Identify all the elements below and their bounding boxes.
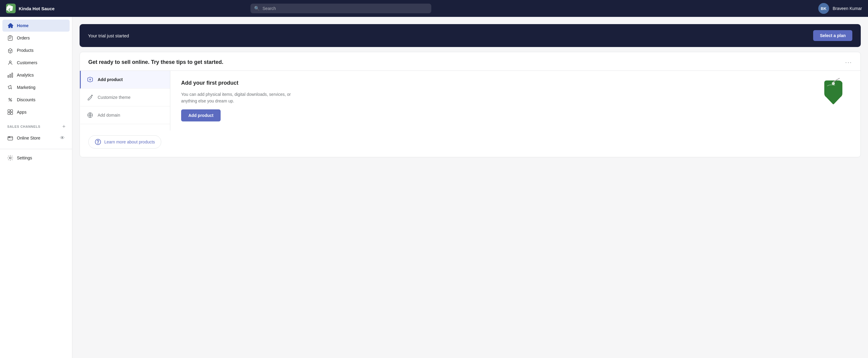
sidebar-item-marketing-label: Marketing bbox=[17, 85, 35, 90]
sidebar-item-discounts-label: Discounts bbox=[17, 97, 35, 102]
sidebar-item-settings-label: Settings bbox=[17, 156, 32, 160]
brand[interactable]: Kinda Hot Sauce bbox=[6, 4, 55, 13]
sidebar-item-customers[interactable]: Customers bbox=[2, 57, 70, 69]
learn-more-label: Learn more about products bbox=[104, 139, 155, 144]
search-bar: 🔍 bbox=[250, 4, 431, 13]
sidebar-item-home-label: Home bbox=[17, 23, 29, 28]
tip-item-customize-theme[interactable]: Customize theme bbox=[80, 89, 170, 106]
sidebar-item-settings[interactable]: Settings bbox=[2, 152, 70, 164]
tip-item-add-domain[interactable]: Add domain bbox=[80, 106, 170, 124]
online-store-left: Online Store bbox=[7, 135, 40, 141]
customize-theme-icon bbox=[87, 94, 93, 101]
sidebar-item-apps[interactable]: Apps bbox=[2, 106, 70, 118]
sidebar-item-apps-label: Apps bbox=[17, 110, 27, 115]
svg-rect-3 bbox=[8, 75, 9, 77]
marketing-icon bbox=[7, 85, 13, 90]
sidebar-item-analytics[interactable]: Analytics bbox=[2, 69, 70, 81]
svg-point-15 bbox=[9, 157, 11, 159]
sidebar-item-products-label: Products bbox=[17, 48, 33, 53]
svg-point-6 bbox=[9, 98, 10, 99]
svg-rect-4 bbox=[10, 74, 11, 77]
learn-more-link[interactable]: Learn more about products bbox=[88, 135, 161, 149]
customers-icon bbox=[7, 60, 13, 66]
svg-rect-9 bbox=[10, 110, 13, 112]
orders-icon bbox=[7, 35, 13, 41]
topnav: Kinda Hot Sauce 🔍 BK Braveen Kumar bbox=[0, 0, 868, 17]
tips-body: Add product Customize theme bbox=[80, 70, 861, 130]
user-name: Braveen Kumar bbox=[833, 6, 862, 11]
svg-rect-1 bbox=[8, 36, 12, 40]
add-sales-channel-button[interactable]: + bbox=[61, 123, 67, 130]
tips-card: Get ready to sell online. Try these tips… bbox=[80, 52, 861, 157]
topnav-right: BK Braveen Kumar bbox=[818, 3, 862, 14]
visibility-icon[interactable]: 👁 bbox=[60, 135, 65, 141]
svg-point-17 bbox=[832, 82, 835, 85]
tip-item-add-product[interactable]: Add product bbox=[80, 71, 170, 89]
learn-more-wrap: Learn more about products bbox=[80, 130, 861, 157]
help-circle-icon bbox=[95, 139, 101, 145]
shopify-logo-icon bbox=[6, 4, 16, 13]
more-options-button[interactable]: ··· bbox=[845, 59, 852, 66]
sidebar-item-orders[interactable]: Orders bbox=[2, 32, 70, 44]
sidebar: Home Orders Products Customers Analytics… bbox=[0, 17, 72, 358]
svg-rect-8 bbox=[8, 110, 10, 112]
sidebar-item-online-store[interactable]: Online Store 👁 bbox=[2, 132, 70, 144]
tips-list: Add product Customize theme bbox=[80, 71, 170, 130]
product-illustration bbox=[818, 77, 848, 110]
search-icon: 🔍 bbox=[254, 6, 260, 11]
settings-icon bbox=[7, 155, 13, 161]
discounts-icon bbox=[7, 97, 13, 103]
add-product-detail-button[interactable]: Add product bbox=[181, 109, 221, 122]
tip-detail-title: Add your first product bbox=[181, 80, 849, 86]
add-domain-icon bbox=[87, 112, 93, 119]
svg-point-14 bbox=[10, 137, 10, 137]
svg-rect-11 bbox=[10, 112, 13, 115]
trial-banner: Your trial just started Select a plan bbox=[80, 24, 861, 47]
add-product-icon bbox=[87, 76, 93, 83]
trial-text: Your trial just started bbox=[88, 33, 129, 38]
main-content: Your trial just started Select a plan Ge… bbox=[72, 17, 868, 358]
sidebar-item-orders-label: Orders bbox=[17, 36, 30, 40]
home-icon bbox=[7, 23, 13, 29]
analytics-icon bbox=[7, 72, 13, 78]
svg-point-19 bbox=[98, 143, 98, 143]
sidebar-item-marketing[interactable]: Marketing bbox=[2, 82, 70, 93]
svg-rect-10 bbox=[8, 112, 10, 115]
online-store-label: Online Store bbox=[17, 136, 40, 140]
tip-label-customize-theme: Customize theme bbox=[98, 95, 130, 100]
products-icon bbox=[7, 47, 13, 53]
sidebar-item-home[interactable]: Home bbox=[2, 20, 70, 32]
tips-header: Get ready to sell online. Try these tips… bbox=[80, 52, 861, 70]
tip-label-add-product: Add product bbox=[98, 77, 123, 82]
tip-detail-description: You can add physical items, digital down… bbox=[181, 91, 302, 104]
svg-point-13 bbox=[9, 137, 9, 137]
sales-channels-label: SALES CHANNELS bbox=[7, 125, 40, 128]
tips-title: Get ready to sell online. Try these tips… bbox=[88, 59, 223, 65]
sidebar-item-analytics-label: Analytics bbox=[17, 73, 34, 77]
tip-label-add-domain: Add domain bbox=[98, 113, 120, 118]
layout: Home Orders Products Customers Analytics… bbox=[0, 17, 868, 358]
sidebar-item-products[interactable]: Products bbox=[2, 44, 70, 56]
sidebar-item-discounts[interactable]: Discounts bbox=[2, 94, 70, 106]
svg-rect-5 bbox=[12, 73, 13, 77]
store-name: Kinda Hot Sauce bbox=[19, 6, 55, 11]
tip-detail: Add your first product You can add physi… bbox=[170, 71, 861, 130]
sidebar-item-customers-label: Customers bbox=[17, 60, 37, 65]
svg-point-7 bbox=[10, 100, 12, 101]
select-plan-button[interactable]: Select a plan bbox=[813, 30, 852, 41]
avatar[interactable]: BK bbox=[818, 3, 829, 14]
search-input[interactable] bbox=[250, 4, 431, 13]
online-store-icon bbox=[7, 135, 13, 141]
apps-icon bbox=[7, 109, 13, 115]
svg-point-2 bbox=[9, 61, 11, 63]
sales-channels-header: SALES CHANNELS + bbox=[0, 119, 72, 132]
